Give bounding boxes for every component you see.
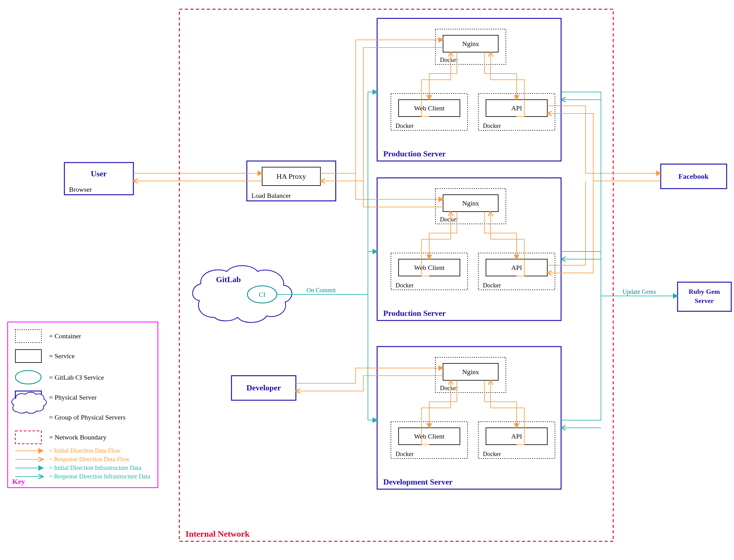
legend-group: = Group of Physical Servers xyxy=(49,413,125,421)
arrow-api1-to-fb xyxy=(547,106,661,173)
docker-label-wc: Docker xyxy=(395,282,413,289)
nginx-label: Nginx xyxy=(462,199,479,207)
svg-rect-29 xyxy=(15,350,41,362)
user-box: User Browser xyxy=(64,163,133,195)
user-subtitle: Browser xyxy=(69,186,92,193)
api-label: API xyxy=(511,104,522,112)
developer-box: Developer xyxy=(232,376,296,400)
gitlab-title: GitLab xyxy=(216,275,241,284)
legend-resp-infra: = Response Direction Infrastructure Data xyxy=(49,473,150,480)
legend-physical: = Physical Server xyxy=(49,393,97,401)
docker-label-api: Docker xyxy=(483,282,501,289)
svg-point-30 xyxy=(15,370,41,384)
server-label: Development Server xyxy=(383,478,452,486)
rubygem-title1: Ruby Gem xyxy=(689,288,720,295)
legend-service: = Service xyxy=(49,352,75,360)
nginx-label: Nginx xyxy=(462,40,479,48)
arrow-ci-to-prod1 xyxy=(368,92,377,294)
api-label: API xyxy=(511,264,522,271)
facebook-title: Facebook xyxy=(678,172,709,180)
developer-title: Developer xyxy=(247,383,281,392)
user-title: User xyxy=(91,169,107,178)
server-label: Production Server xyxy=(383,149,446,158)
nginx-label: Nginx xyxy=(462,368,479,376)
docker-label-wc: Docker xyxy=(395,451,413,457)
arrow-ci-to-dev xyxy=(368,294,377,420)
docker-label-nginx: Docker xyxy=(440,56,458,63)
docker-label-nginx: Docker xyxy=(440,385,458,391)
docker-label-nginx: Docker xyxy=(440,216,458,223)
rubygem-title2: Server xyxy=(695,297,714,305)
update-gems-label: Update Gems xyxy=(622,288,656,295)
arrow-dev-to-gem xyxy=(561,296,601,420)
arrow-fb-to-api1 xyxy=(547,113,661,181)
legend-container: = Container xyxy=(49,332,81,340)
haproxy-title: HA Proxy xyxy=(277,172,306,180)
legend-init-data: = Initial Direction Data Flow xyxy=(49,447,121,454)
legend-gitlab-ci: = GitLab CI Service xyxy=(49,374,104,381)
svg-rect-28 xyxy=(15,330,41,343)
facebook-box: Facebook xyxy=(661,164,727,189)
legend: Key = Container = Service = GitLab CI Se… xyxy=(8,322,158,488)
gitlab-cloud: GitLab CI xyxy=(193,266,292,322)
internal-network-label: Internal Network xyxy=(186,529,250,539)
on-commit-label: On Commit xyxy=(307,287,336,293)
legend-resp-data: = Response Direction Data Flow xyxy=(49,456,130,463)
legend-boundary: = Network Boundary xyxy=(49,433,106,441)
gitlab-ci-label: CI xyxy=(259,291,266,298)
legend-init-infra: = Initial Direction Infrastructure Data xyxy=(49,464,141,471)
docker-label-api: Docker xyxy=(483,122,501,129)
api-label: API xyxy=(511,432,522,440)
docker-label-wc: Docker xyxy=(395,122,413,129)
docker-label-api: Docker xyxy=(483,451,501,457)
webclient-label: Web Client xyxy=(414,432,444,440)
server-label: Production Server xyxy=(383,309,446,318)
rubygem-box: Ruby Gem Server xyxy=(678,282,731,311)
haproxy-subtitle: Load Balancer xyxy=(252,192,291,199)
legend-title: Key xyxy=(12,478,25,485)
webclient-label: Web Client xyxy=(414,264,444,271)
webclient-label: Web Client xyxy=(414,104,444,112)
